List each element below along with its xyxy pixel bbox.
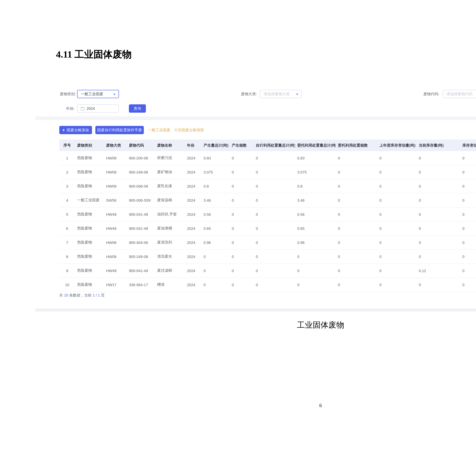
table-cell: 0: [230, 193, 254, 207]
table-cell: 0: [230, 179, 254, 193]
table-cell: 2024: [185, 235, 202, 249]
table-cell: 0: [254, 165, 295, 179]
table-cell: 900-404-06: [127, 235, 155, 249]
chevron-down-icon: [296, 94, 298, 95]
table-cell: 900-006-09: [127, 179, 155, 193]
table-cell: 1: [59, 151, 75, 165]
table-cell: 0: [460, 264, 476, 278]
table-cell: 0: [377, 221, 417, 235]
summary-highlight: 10: [64, 293, 68, 297]
table-row: 2危险废物HW08900-249-08废矿物油20243.075003.0750…: [59, 165, 476, 179]
document-page: 4.11 工业固体废物 废物类别: 一般工业固废 废物大类: 请选择废物大类 废…: [0, 0, 476, 453]
filter-code-select[interactable]: 请选择废物代码: [443, 90, 476, 98]
page-number: 6: [0, 403, 476, 409]
chevron-down-icon: [113, 94, 116, 95]
table-cell: 0: [417, 179, 460, 193]
table-cell: 3.075: [295, 165, 336, 179]
filter-category-select[interactable]: 一般工业固废: [77, 90, 119, 98]
table-cell: 0: [417, 221, 460, 235]
table-cell: 危险废物: [75, 264, 104, 278]
table-cell: 0: [336, 207, 377, 221]
table-cell: 0: [295, 264, 336, 278]
table-cell: 0: [377, 264, 417, 278]
table-cell: HW49: [104, 221, 127, 235]
table-cell: 0: [230, 249, 254, 264]
table-cell: HW09: [104, 179, 127, 193]
table-cell: 0: [254, 151, 295, 165]
table-cell: 0.8: [202, 179, 230, 193]
column-header: 委托利用处置箱数: [336, 140, 377, 151]
table-cell: 7: [59, 235, 75, 249]
table-cell: 9: [59, 264, 75, 278]
table-cell: 0: [377, 207, 417, 221]
table-cell: 0: [230, 264, 254, 278]
table-cell: 0: [417, 151, 460, 165]
table-cell: 危险废物: [75, 165, 104, 179]
filter-code-placeholder: 请选择废物代码: [446, 91, 472, 97]
table-cell: 0.96: [202, 235, 230, 249]
table-cell: 2024: [185, 278, 202, 292]
table-cell: 油回丝,手套: [155, 207, 185, 221]
filter-code-label: 废物代码:: [399, 90, 439, 98]
table-cell: 336-064-17: [127, 278, 155, 292]
table-cell: 危险废物: [75, 207, 104, 221]
table-cell: 0: [295, 278, 336, 292]
table-cell: 0: [377, 179, 417, 193]
table-cell: 0: [202, 249, 230, 264]
table-cell: HW49: [104, 207, 127, 221]
table-cell: 0: [417, 193, 460, 207]
table-cell: 清洗废水: [155, 249, 185, 264]
table-row: 8危险废物HW08900-249-08清洗废水202400000000正常202…: [59, 249, 476, 264]
table-cell: 5: [59, 207, 75, 221]
table-row: 5危险废物HW49900-041-49油回丝,手套20240.56000.560…: [59, 207, 476, 221]
table-cell: 0: [336, 278, 377, 292]
table-cell: 2024: [185, 165, 202, 179]
table-cell: 4: [59, 193, 75, 207]
filter-class-label: 废物大类:: [216, 90, 257, 98]
table-cell: 危险废物: [75, 278, 104, 292]
table-cell: 0.96: [295, 235, 336, 249]
table-cell: 0: [377, 235, 417, 249]
table-cell: 6: [59, 221, 75, 235]
table-cell: 0: [417, 249, 460, 264]
table-row: 6危险废物HW49900-041-49废油漆桶20240.65000.65000…: [59, 221, 476, 235]
add-ledger-button[interactable]: + 固废台账添加: [59, 126, 92, 134]
table-cell: 2024: [185, 179, 202, 193]
filter-class-placeholder: 请选择废物大类: [264, 91, 290, 97]
table-cell: 2024: [185, 249, 202, 264]
year-input[interactable]: 2024: [77, 104, 119, 113]
table-cell: 0: [377, 165, 417, 179]
table-cell: 8: [59, 249, 75, 264]
table-cell: 900-249-08: [127, 165, 155, 179]
table-cell: 10: [59, 278, 75, 292]
column-header: 序号: [59, 140, 75, 151]
table-cell: 900-006-S59: [127, 193, 155, 207]
table-cell: 3.46: [202, 193, 230, 207]
table-row: 4一般工业固废SW59900-006-S59废保温棉20243.46003.46…: [59, 193, 476, 207]
column-header: 上年度库存变动量(吨): [377, 140, 417, 151]
manual-button[interactable]: 固废自行利用处置操作手册: [95, 126, 144, 134]
column-header: 废物名称: [155, 140, 185, 151]
table-cell: SW59: [104, 193, 127, 207]
column-header: 废物类别: [75, 140, 104, 151]
table-cell: 废乳化液: [155, 179, 185, 193]
filter-class-select[interactable]: 请选择废物大类: [260, 90, 302, 98]
table-cell: 0.83: [295, 151, 336, 165]
table-cell: HW06: [104, 235, 127, 249]
table-cell: 900-041-49: [127, 221, 155, 235]
table-cell: 0: [254, 249, 295, 264]
table-cell: 3: [59, 179, 75, 193]
table-cell: 0: [230, 207, 254, 221]
table-cell: 0: [230, 278, 254, 292]
summary-text: 共: [59, 293, 64, 297]
table-cell: 0: [202, 264, 230, 278]
table-row: 10危险废物HW17336-064-17槽渣202400000000正常2024…: [59, 278, 476, 292]
table-cell: 0: [295, 249, 336, 264]
table-cell: HW08: [104, 249, 127, 264]
table-cell: 废油漆桶: [155, 221, 185, 235]
table-cell: 900-249-08: [127, 249, 155, 264]
table-cell: 槽渣: [155, 278, 185, 292]
search-button[interactable]: 查询: [129, 104, 146, 113]
table-cell: 0.65: [295, 221, 336, 235]
table-cell: 0.83: [202, 151, 230, 165]
